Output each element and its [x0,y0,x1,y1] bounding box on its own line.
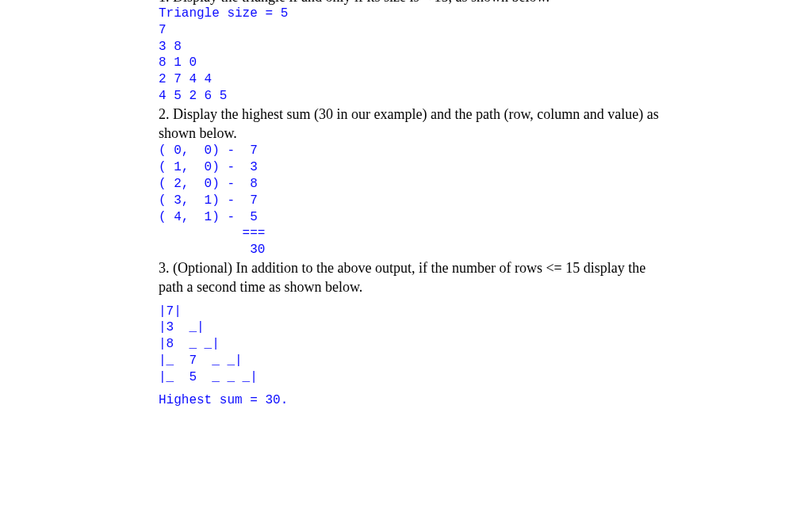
spacer [159,297,666,304]
page: 1. Display the triangle if and only if i… [0,0,812,512]
step-2-text: 2. Display the highest sum (30 in our ex… [159,105,666,143]
highest-sum-line: Highest sum = 30. [159,392,666,409]
step-3-text: 3. (Optional) In addition to the above o… [159,258,666,297]
path-coords-block: ( 0, 0) - 7 ( 1, 0) - 3 ( 2, 0) - 8 ( 3,… [159,143,666,258]
triangle-rows: 7 3 8 8 1 0 2 7 4 4 4 5 2 6 5 [159,22,666,105]
cutoff-previous-line: 1. Display the triangle if and only if i… [159,0,666,6]
spacer [159,386,666,392]
content-column: 1. Display the triangle if and only if i… [159,0,666,408]
path-visual-block: |7| |3 _| |8 _ _| |_ 7 _ _| |_ 5 _ _ _| [159,304,666,386]
triangle-size-line: Triangle size = 5 [159,6,666,22]
